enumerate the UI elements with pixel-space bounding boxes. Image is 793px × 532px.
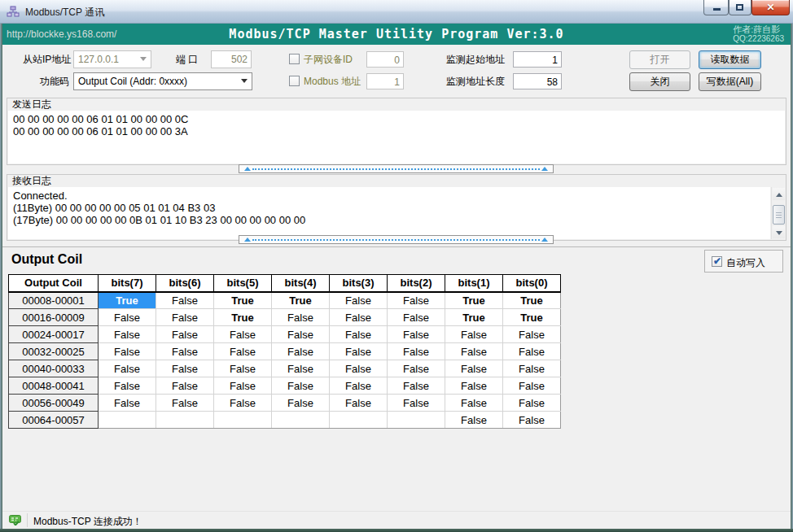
coil-value-cell[interactable]: False (445, 326, 503, 343)
coil-value-cell[interactable]: False (503, 343, 561, 360)
coil-value-cell[interactable]: False (330, 377, 388, 395)
table-column-header[interactable]: bits(0) (503, 275, 561, 292)
coil-value-cell[interactable]: False (503, 377, 561, 395)
open-button[interactable]: 打开 (629, 50, 690, 69)
send-log-box[interactable]: 00 00 00 00 00 06 01 01 00 00 00 0C00 00… (8, 111, 785, 164)
send-log-splitter[interactable] (239, 164, 554, 173)
read-data-button[interactable]: 读取数据 (699, 50, 761, 69)
auto-write-checkbox[interactable] (712, 256, 722, 267)
coil-value-cell[interactable] (272, 412, 330, 429)
receive-log-box[interactable]: Connected.(11Byte) 00 00 00 00 00 05 01 … (8, 187, 770, 239)
modbus-address-checkbox[interactable] (289, 76, 300, 86)
coil-value-cell[interactable]: False (156, 326, 214, 343)
coil-value-cell[interactable]: False (388, 309, 445, 326)
coil-value-cell[interactable]: False (445, 377, 503, 395)
row-header-cell[interactable]: 00064-00057 (9, 412, 99, 429)
coil-value-cell[interactable]: False (99, 360, 156, 377)
row-header-cell[interactable]: 00016-00009 (9, 309, 99, 326)
coil-value-cell[interactable]: False (99, 343, 156, 360)
table-column-header[interactable]: bits(2) (388, 275, 445, 292)
coil-value-cell[interactable]: False (503, 395, 561, 412)
table-column-header[interactable]: bits(1) (445, 275, 503, 292)
coil-value-cell[interactable]: False (388, 360, 445, 377)
receive-log-scrollbar[interactable] (771, 187, 785, 239)
coil-value-cell[interactable]: False (214, 377, 272, 395)
start-address-field[interactable]: 1 (513, 51, 562, 68)
subnet-id-field[interactable]: 0 (366, 51, 404, 68)
modbus-address-field[interactable]: 1 (366, 73, 404, 89)
row-header-cell[interactable]: 00056-00049 (9, 395, 99, 412)
coil-value-cell[interactable]: False (214, 326, 272, 343)
close-button[interactable]: ✕ (751, 0, 790, 15)
coil-value-cell[interactable]: True (503, 309, 561, 326)
coil-value-cell[interactable]: False (388, 377, 445, 395)
minimize-button[interactable] (703, 0, 729, 15)
coil-value-cell[interactable]: False (330, 360, 388, 377)
table-column-header[interactable]: bits(4) (272, 275, 330, 292)
coil-value-cell[interactable]: False (272, 395, 330, 412)
coil-value-cell[interactable]: False (503, 326, 561, 343)
coil-value-cell[interactable]: False (214, 343, 272, 360)
scroll-down-button[interactable] (773, 226, 785, 238)
coil-value-cell[interactable]: True (214, 292, 272, 309)
coil-value-cell[interactable]: False (99, 377, 156, 395)
coil-value-cell[interactable]: False (99, 309, 156, 326)
coil-value-cell[interactable]: False (330, 309, 388, 326)
coil-value-cell[interactable]: False (330, 292, 388, 309)
coil-value-cell[interactable] (388, 412, 445, 429)
coil-value-cell[interactable]: False (156, 343, 214, 360)
coil-value-cell[interactable]: False (503, 412, 561, 429)
coil-value-cell[interactable] (214, 412, 272, 429)
coil-value-cell[interactable]: False (156, 377, 214, 395)
coil-value-cell[interactable]: False (330, 395, 388, 412)
coil-value-cell[interactable]: False (388, 326, 445, 343)
receive-log-splitter[interactable] (239, 235, 554, 244)
coil-value-cell[interactable]: False (99, 395, 156, 412)
scroll-up-button[interactable] (773, 188, 785, 200)
length-field[interactable]: 58 (513, 73, 562, 89)
coil-value-cell[interactable]: True (445, 309, 503, 326)
coil-value-cell[interactable]: False (330, 326, 388, 343)
coil-value-cell[interactable]: False (214, 360, 272, 377)
coil-value-cell[interactable]: False (503, 360, 561, 377)
row-header-cell[interactable]: 00032-00025 (9, 343, 99, 360)
coil-value-cell[interactable] (99, 412, 156, 429)
coil-value-cell[interactable]: True (503, 292, 561, 309)
coil-value-cell[interactable]: True (272, 292, 330, 309)
table-column-header[interactable]: bits(6) (156, 275, 214, 292)
coil-value-cell[interactable]: False (272, 343, 330, 360)
coil-value-cell[interactable]: False (445, 412, 503, 429)
row-header-cell[interactable]: 00040-00033 (9, 360, 99, 377)
coil-value-cell[interactable]: False (156, 360, 214, 377)
coil-value-cell[interactable]: False (388, 292, 445, 309)
coil-value-cell[interactable] (156, 412, 214, 429)
port-field[interactable]: 502 (211, 50, 252, 68)
row-header-cell[interactable]: 00008-00001 (9, 292, 99, 309)
coil-value-cell[interactable]: True (445, 292, 503, 309)
coil-value-cell[interactable]: False (99, 326, 156, 343)
close-connection-button[interactable]: 关闭 (629, 72, 690, 91)
coil-value-cell[interactable]: True (214, 309, 272, 326)
scrollbar-thumb[interactable] (773, 205, 785, 225)
table-corner-header[interactable]: Output Coil (9, 275, 99, 292)
coil-value-cell[interactable]: False (156, 395, 214, 412)
ip-combobox[interactable]: 127.0.0.1 (73, 50, 151, 68)
subnet-checkbox[interactable] (289, 54, 300, 64)
coil-value-cell[interactable]: True (99, 292, 156, 309)
coil-value-cell[interactable]: False (445, 343, 503, 360)
row-header-cell[interactable]: 00048-00041 (9, 377, 99, 395)
coil-value-cell[interactable]: False (445, 360, 503, 377)
coil-value-cell[interactable]: False (156, 292, 214, 309)
coil-value-cell[interactable]: False (272, 360, 330, 377)
function-code-combobox[interactable]: Output Coil (Addr: 0xxxx) (73, 72, 252, 90)
table-column-header[interactable]: bits(5) (214, 275, 272, 292)
coil-value-cell[interactable]: False (214, 395, 272, 412)
write-data-button[interactable]: 写数据(All) (699, 72, 761, 91)
coil-value-cell[interactable]: False (272, 309, 330, 326)
coil-value-cell[interactable]: False (272, 326, 330, 343)
coil-value-cell[interactable]: False (388, 395, 445, 412)
row-header-cell[interactable]: 00024-00017 (9, 326, 99, 343)
coil-value-cell[interactable]: False (445, 395, 503, 412)
coil-value-cell[interactable]: False (388, 343, 445, 360)
coil-value-cell[interactable]: False (330, 343, 388, 360)
